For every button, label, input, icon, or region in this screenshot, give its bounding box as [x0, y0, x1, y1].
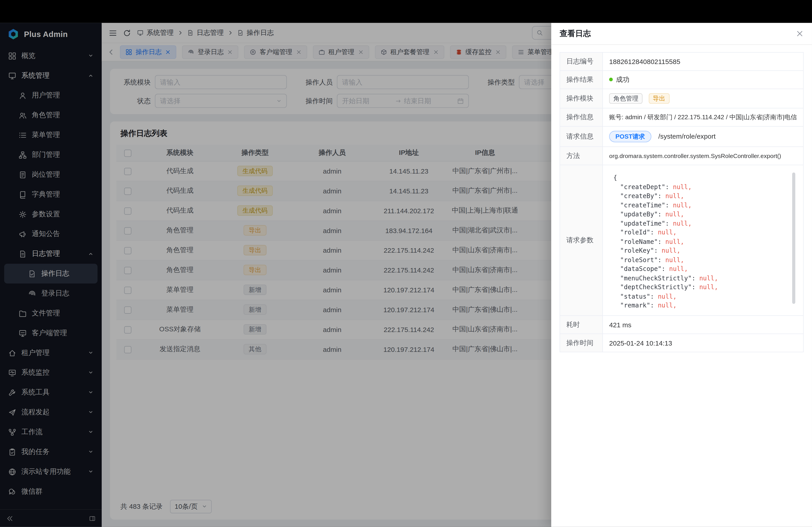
detail-row-params: 请求参数 { "createDept": null, "createBy": n… — [560, 165, 803, 316]
operation-time-value: 2025-01-24 10:14:13 — [603, 334, 803, 352]
detail-row-info: 操作信息 账号: admin / 研发部门 / 222.175.114.242 … — [560, 108, 803, 126]
view-log-drawer: 查看日志 日志编号 1882612840802115585 操作结果 成功 — [551, 23, 812, 527]
scrollbar-thumb[interactable] — [792, 172, 795, 304]
drawer-header: 查看日志 — [551, 23, 812, 45]
detail-row-result: 操作结果 成功 — [560, 71, 803, 89]
detail-row-request: 请求信息 POST请求 /system/role/export — [560, 126, 803, 147]
duration-value: 421 ms — [603, 316, 803, 334]
detail-row-duration: 耗时 421 ms — [560, 316, 803, 334]
operation-info-value: 账号: admin / 研发部门 / 222.175.114.242 / 中国|… — [603, 108, 803, 126]
close-icon[interactable] — [796, 30, 804, 37]
detail-row-method: 方法 org.dromara.system.controller.system.… — [560, 147, 803, 165]
detail-row-module: 操作模块 角色管理 导出 — [560, 89, 803, 108]
request-params-json[interactable]: { "createDept": null, "createBy": null, … — [609, 169, 797, 311]
app-window: Plus Admin 概览 系统管理 用户管理 — [0, 23, 812, 527]
http-method-tag: POST请求 — [609, 131, 651, 142]
detail-row-log-id: 日志编号 1882612840802115585 — [560, 52, 803, 71]
request-url: /system/role/export — [658, 132, 716, 140]
success-dot — [609, 78, 613, 81]
module-tag: 角色管理 — [609, 93, 643, 104]
operation-type-tag: 导出 — [649, 93, 669, 104]
result-value: 成功 — [616, 76, 629, 84]
drawer-body: 日志编号 1882612840802115585 操作结果 成功 操作模块 角色… — [551, 45, 812, 527]
method-value: org.dromara.system.controller.system.Sys… — [603, 147, 803, 165]
drawer-title: 查看日志 — [560, 29, 591, 39]
log-id-value: 1882612840802115585 — [603, 52, 803, 71]
screen: Plus Admin 概览 系统管理 用户管理 — [0, 0, 812, 527]
log-detail-table: 日志编号 1882612840802115585 操作结果 成功 操作模块 角色… — [560, 52, 804, 352]
detail-row-time: 操作时间 2025-01-24 10:14:13 — [560, 334, 803, 352]
